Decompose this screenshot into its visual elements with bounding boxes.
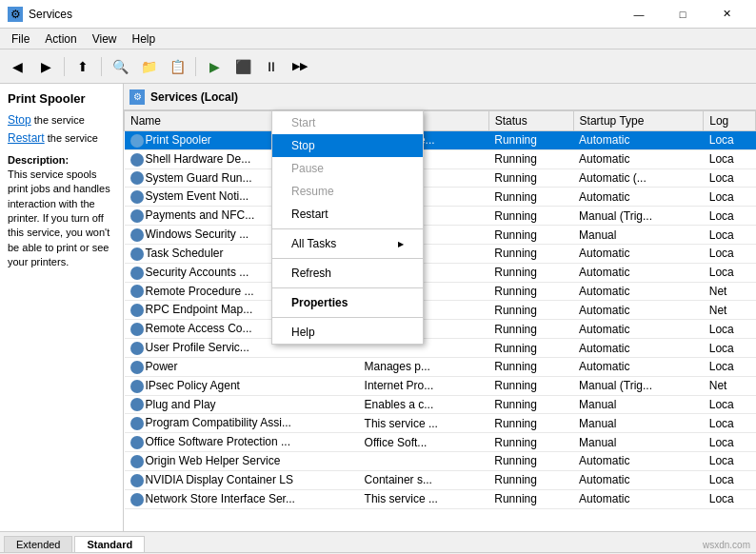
ctx-separator xyxy=(272,287,423,288)
address-text: Services (Local) xyxy=(150,90,238,104)
service-status-cell: Running xyxy=(488,376,573,395)
ctx-item-all-tasks[interactable]: All Tasks xyxy=(272,232,423,255)
service-gear-icon xyxy=(130,285,144,298)
restart-service-button[interactable]: ▶▶ xyxy=(287,54,313,79)
close-button[interactable]: ✕ xyxy=(705,0,748,29)
ctx-item-stop[interactable]: Stop xyxy=(272,134,423,157)
back-button[interactable]: ◀ xyxy=(4,54,30,79)
menu-help[interactable]: Help xyxy=(125,30,164,48)
service-startup-cell: Automatic xyxy=(573,149,704,168)
table-row[interactable]: NVIDIA Display Container LSContainer s..… xyxy=(125,470,756,489)
table-row[interactable]: Program Compatibility Assi...This servic… xyxy=(125,414,756,433)
table-row[interactable]: Origin Web Helper ServiceRunningAutomati… xyxy=(125,452,756,471)
service-log-cell: Loca xyxy=(704,149,756,168)
service-status-cell: Running xyxy=(488,131,573,150)
table-row[interactable]: IPsec Policy AgentInternet Pro...Running… xyxy=(125,376,756,395)
service-name-cell: Plug and Play xyxy=(125,395,359,414)
search-button[interactable]: 🔍 xyxy=(107,54,133,79)
col-status[interactable]: Status xyxy=(488,111,573,131)
copy-button[interactable]: 📋 xyxy=(164,54,190,79)
service-gear-icon xyxy=(130,323,144,336)
service-startup-cell: Manual xyxy=(573,226,704,245)
table-row[interactable]: Windows Security ...RunningManualLoca xyxy=(125,226,756,245)
table-row[interactable]: System Guard Run...RunningAutomatic (...… xyxy=(125,168,756,188)
table-row[interactable]: User Profile Servic...RunningAutomaticLo… xyxy=(125,339,756,358)
service-desc-cell: Enables a c... xyxy=(359,395,489,414)
service-name-cell: Network Location Awareness xyxy=(125,508,359,510)
minimize-button[interactable]: — xyxy=(617,0,661,29)
service-status-cell: Running xyxy=(488,149,573,168)
service-gear-icon xyxy=(130,380,144,393)
service-gear-icon xyxy=(130,190,144,204)
service-gear-icon xyxy=(130,342,144,355)
left-panel: Print Spooler Stop the service Restart t… xyxy=(0,84,124,531)
service-log-cell: Loca xyxy=(704,470,756,489)
stop-link[interactable]: Stop xyxy=(8,113,31,127)
table-row[interactable]: Office Software Protection ...Office Sof… xyxy=(125,433,756,452)
col-log[interactable]: Log xyxy=(704,111,756,131)
ctx-item-restart[interactable]: Restart xyxy=(272,203,423,226)
col-startup[interactable]: Startup Type xyxy=(573,111,704,131)
table-row[interactable]: Task SchedulerRunningAutomaticLoca xyxy=(125,244,756,263)
tab-extended[interactable]: Extended xyxy=(4,536,72,552)
folder-button[interactable]: 📁 xyxy=(135,54,162,79)
service-startup-cell: Automatic xyxy=(573,263,704,282)
maximize-button[interactable]: □ xyxy=(661,0,705,29)
table-row[interactable]: Remote Access Co...RunningAutomaticLoca xyxy=(125,320,756,339)
table-row[interactable]: Plug and PlayEnables a c...RunningManual… xyxy=(125,395,756,414)
stop-text: the service xyxy=(31,114,85,126)
restart-service-action: Restart the service xyxy=(8,131,115,146)
service-startup-cell: Automatic xyxy=(573,339,704,358)
tab-standard[interactable]: Standard xyxy=(74,536,145,552)
service-name-cell: Power xyxy=(125,357,359,376)
service-desc-cell: This service ... xyxy=(359,489,489,508)
ctx-separator xyxy=(272,258,423,259)
table-row[interactable]: Remote Procedure ...RunningAutomaticNet xyxy=(125,282,756,301)
table-row[interactable]: Security Accounts ...RunningAutomaticLoc… xyxy=(125,263,756,282)
service-status-cell: Running xyxy=(488,301,573,320)
service-log-cell: Loca xyxy=(704,433,756,452)
up-button[interactable]: ⬆ xyxy=(70,54,96,79)
service-startup-cell: Manual (Trig... xyxy=(573,376,704,395)
service-startup-cell: Manual xyxy=(573,395,704,414)
table-row[interactable]: System Event Noti...RunningAutomaticLoca xyxy=(125,188,756,207)
service-desc-cell: Container s... xyxy=(359,470,489,489)
menu-view[interactable]: View xyxy=(85,30,125,48)
ctx-item-help[interactable]: Help xyxy=(272,321,423,344)
service-gear-icon xyxy=(130,455,144,468)
ctx-item-properties[interactable]: Properties xyxy=(272,291,423,314)
forward-button[interactable]: ▶ xyxy=(32,54,59,79)
table-row[interactable]: Payments and NFC...RunningManual (Trig..… xyxy=(125,207,756,226)
service-gear-icon xyxy=(130,228,144,242)
table-row[interactable]: Network Store Interface Ser...This servi… xyxy=(125,489,756,508)
service-log-cell: Loca xyxy=(704,357,756,376)
service-status-cell: Running xyxy=(488,244,573,263)
service-status-cell: Running xyxy=(488,320,573,339)
restart-link[interactable]: Restart xyxy=(8,131,45,145)
service-startup-cell: Manual xyxy=(573,433,704,452)
service-startup-cell: Automatic xyxy=(573,244,704,263)
ctx-item-resume: Resume xyxy=(272,180,423,203)
service-status-cell: Running xyxy=(488,452,573,471)
service-list-scroll[interactable]: Name Description Status Startup Type Log… xyxy=(124,110,756,510)
table-row[interactable]: Shell Hardware De...RunningAutomaticLoca xyxy=(125,149,756,168)
start-service-button[interactable]: ▶ xyxy=(201,54,228,79)
toolbar-sep-1 xyxy=(64,57,65,76)
table-row[interactable]: RPC Endpoint Map...RunningAutomaticNet xyxy=(125,301,756,320)
service-desc-cell: Internet Pro... xyxy=(359,376,489,395)
stop-service-button[interactable]: ⬛ xyxy=(229,54,256,79)
service-gear-icon xyxy=(130,398,144,411)
table-row[interactable]: Print SpoolerThis service...RunningAutom… xyxy=(125,131,756,150)
menu-file[interactable]: File xyxy=(4,30,37,48)
service-status-cell: Running xyxy=(488,489,573,508)
address-bar: ⚙ Services (Local) xyxy=(124,84,756,110)
table-row[interactable]: Network Location AwarenessCollects an...… xyxy=(125,508,756,510)
service-status-cell: Running xyxy=(488,263,573,282)
right-panel: ⚙ Services (Local) Name Description Stat… xyxy=(124,84,756,531)
menu-action[interactable]: Action xyxy=(37,30,84,48)
pause-service-button[interactable]: ⏸ xyxy=(258,54,285,79)
service-startup-cell: Automatic xyxy=(573,489,704,508)
service-log-cell: Net xyxy=(704,282,756,301)
table-row[interactable]: PowerManages p...RunningAutomaticLoca xyxy=(125,357,756,376)
ctx-item-refresh[interactable]: Refresh xyxy=(272,262,423,285)
